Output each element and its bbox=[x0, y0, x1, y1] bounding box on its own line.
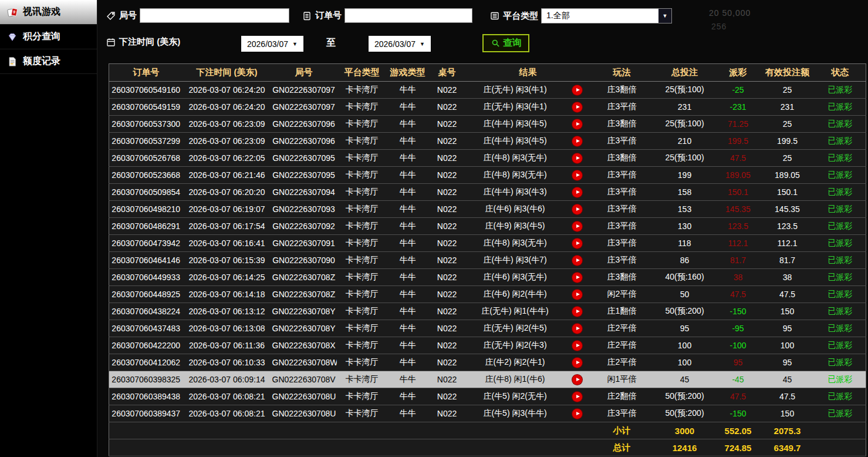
play-video-button[interactable] bbox=[572, 358, 582, 368]
table-row[interactable]: 260307060438224 2026-03-07 06:13:12 GN02… bbox=[109, 303, 866, 320]
play-video-button[interactable] bbox=[572, 324, 582, 334]
play-icon bbox=[576, 190, 580, 194]
background-remnant-text: 256 bbox=[711, 22, 727, 31]
cell-status: 已派彩 bbox=[815, 235, 866, 252]
play-video-button[interactable] bbox=[572, 136, 582, 146]
footer-spacer bbox=[815, 422, 866, 439]
platform-type-select[interactable]: 1.全部 ▼ bbox=[541, 8, 672, 23]
play-video-button[interactable] bbox=[572, 187, 582, 197]
table-row[interactable]: 260307060398325 2026-03-07 06:09:14 GN02… bbox=[109, 371, 866, 388]
table-row[interactable]: 260307060473942 2026-03-07 06:16:41 GN02… bbox=[109, 235, 866, 252]
table-row[interactable]: 260307060526768 2026-03-07 06:22:05 GN02… bbox=[109, 150, 866, 167]
cell-total-bet: 50(预:200) bbox=[654, 405, 716, 422]
cell-play-type: 庄3平倍 bbox=[590, 252, 654, 269]
cell-valid-bet: 100 bbox=[761, 337, 815, 354]
cell-total-bet: 158 bbox=[654, 184, 716, 201]
play-icon bbox=[576, 293, 580, 296]
grand-total-payout: 724.85 bbox=[716, 439, 761, 456]
cell-payout: 71.25 bbox=[716, 116, 761, 133]
table-row[interactable]: 260307060422200 2026-03-07 06:11:36 GN02… bbox=[109, 337, 866, 354]
play-video-button[interactable] bbox=[572, 221, 582, 231]
play-video-button[interactable] bbox=[572, 153, 582, 163]
cell-game-type: 牛牛 bbox=[387, 320, 428, 337]
cell-game-type: 牛牛 bbox=[387, 269, 428, 286]
table-row[interactable]: 260307060389437 2026-03-07 06:08:21 GN02… bbox=[109, 405, 866, 422]
play-video-button[interactable] bbox=[572, 375, 582, 385]
play-video-button[interactable] bbox=[572, 256, 582, 266]
header-table-no: 桌号 bbox=[428, 64, 466, 82]
table-row[interactable]: 260307060464146 2026-03-07 06:15:39 GN02… bbox=[109, 252, 866, 269]
cell-result: 庄(牛2) 闲2(牛1) bbox=[466, 354, 565, 371]
table-row[interactable]: 260307060509854 2026-03-07 06:20:20 GN02… bbox=[109, 184, 866, 201]
table-row[interactable]: 260307060389438 2026-03-07 06:08:21 GN02… bbox=[109, 388, 866, 405]
play-icon bbox=[576, 224, 580, 228]
cell-play-video bbox=[565, 252, 590, 269]
play-video-button[interactable] bbox=[572, 170, 582, 180]
play-video-button[interactable] bbox=[572, 273, 582, 283]
table-row[interactable]: 260307060537300 2026-03-07 06:23:09 GN02… bbox=[109, 116, 866, 133]
sidebar-item-video-games[interactable]: 9 视讯游戏 bbox=[0, 0, 97, 25]
play-video-button[interactable] bbox=[572, 204, 582, 214]
table-row[interactable]: 260307060486291 2026-03-07 06:17:54 GN02… bbox=[109, 218, 866, 235]
cell-platform: 卡卡湾厅 bbox=[337, 218, 387, 235]
cell-order-id: 260307060549159 bbox=[109, 99, 183, 116]
cell-bet-time: 2026-03-07 06:16:41 bbox=[183, 235, 271, 252]
play-video-button[interactable] bbox=[572, 392, 582, 402]
cell-platform: 卡卡湾厅 bbox=[337, 184, 387, 201]
play-icon bbox=[576, 361, 580, 364]
play-video-button[interactable] bbox=[572, 102, 582, 112]
cell-total-bet: 25(预:100) bbox=[654, 116, 716, 133]
date-from-select[interactable]: 2026/03/07 ▼ bbox=[241, 36, 303, 52]
sidebar-item-points-query[interactable]: 积分查询 bbox=[0, 25, 97, 49]
cell-game-type: 牛牛 bbox=[387, 337, 428, 354]
table-row[interactable]: 260307060549159 2026-03-07 06:24:20 GN02… bbox=[109, 99, 866, 116]
cell-payout: 199.5 bbox=[716, 133, 761, 150]
play-video-button[interactable] bbox=[572, 238, 582, 248]
table-row[interactable]: 260307060437483 2026-03-07 06:13:08 GN02… bbox=[109, 320, 866, 337]
cell-round-id: GN02226307091 bbox=[271, 235, 337, 252]
background-remnant-text: 20 50,000 bbox=[709, 8, 751, 18]
cell-bet-time: 2026-03-07 06:14:18 bbox=[183, 286, 271, 303]
table-row[interactable]: 260307060498210 2026-03-07 06:19:07 GN02… bbox=[109, 201, 866, 218]
filter-bar: 局号 订单号 平台类型 1.全部 ▼ bbox=[97, 0, 868, 62]
cell-round-id: GN02226307095 bbox=[271, 167, 337, 184]
round-id-input[interactable] bbox=[140, 8, 289, 23]
cell-bet-time: 2026-03-07 06:17:54 bbox=[183, 218, 271, 235]
cell-valid-bet: 150.1 bbox=[761, 184, 815, 201]
cell-order-id: 260307060537299 bbox=[109, 133, 183, 150]
play-icon bbox=[576, 122, 580, 126]
cell-bet-time: 2026-03-07 06:13:12 bbox=[183, 303, 271, 320]
play-video-button[interactable] bbox=[572, 409, 582, 419]
sidebar-item-quota-records[interactable]: 额度记录 bbox=[0, 49, 97, 74]
cell-valid-bet: 95 bbox=[761, 354, 815, 371]
play-icon bbox=[576, 378, 580, 381]
table-row[interactable]: 260307060523668 2026-03-07 06:21:46 GN02… bbox=[109, 167, 866, 184]
chevron-down-icon: ▼ bbox=[292, 41, 298, 47]
cell-payout: 47.5 bbox=[716, 388, 761, 405]
platform-type-label: 平台类型 bbox=[503, 11, 538, 22]
table-row[interactable]: 260307060448925 2026-03-07 06:14:18 GN02… bbox=[109, 286, 866, 303]
play-video-button[interactable] bbox=[572, 307, 582, 317]
cell-bet-time: 2026-03-07 06:14:25 bbox=[183, 269, 271, 286]
cell-game-type: 牛牛 bbox=[387, 286, 428, 303]
play-video-button[interactable] bbox=[572, 85, 582, 95]
date-to-select[interactable]: 2026/03/07 ▼ bbox=[369, 36, 431, 52]
play-video-button[interactable] bbox=[572, 341, 582, 351]
list-icon bbox=[489, 11, 500, 21]
cell-round-id: GN0222630708Z bbox=[271, 286, 337, 303]
cell-table-no: N022 bbox=[428, 201, 466, 218]
play-icon bbox=[576, 105, 580, 109]
cell-game-type: 牛牛 bbox=[387, 388, 428, 405]
table-row[interactable]: 260307060449933 2026-03-07 06:14:25 GN02… bbox=[109, 269, 866, 286]
table-row[interactable]: 260307060412062 2026-03-07 06:10:33 GN02… bbox=[109, 354, 866, 371]
order-id-input[interactable] bbox=[345, 8, 472, 23]
search-button[interactable]: 查询 bbox=[482, 34, 529, 52]
table-row[interactable]: 260307060537299 2026-03-07 06:23:09 GN02… bbox=[109, 133, 866, 150]
table-row[interactable]: 260307060549160 2026-03-07 06:24:20 GN02… bbox=[109, 82, 866, 99]
cell-order-id: 260307060473942 bbox=[109, 235, 183, 252]
date-to-value: 2026/03/07 bbox=[374, 39, 416, 49]
play-video-button[interactable] bbox=[572, 290, 582, 300]
play-icon bbox=[576, 327, 580, 330]
play-video-button[interactable] bbox=[572, 119, 582, 129]
cell-status: 已派彩 bbox=[815, 320, 866, 337]
